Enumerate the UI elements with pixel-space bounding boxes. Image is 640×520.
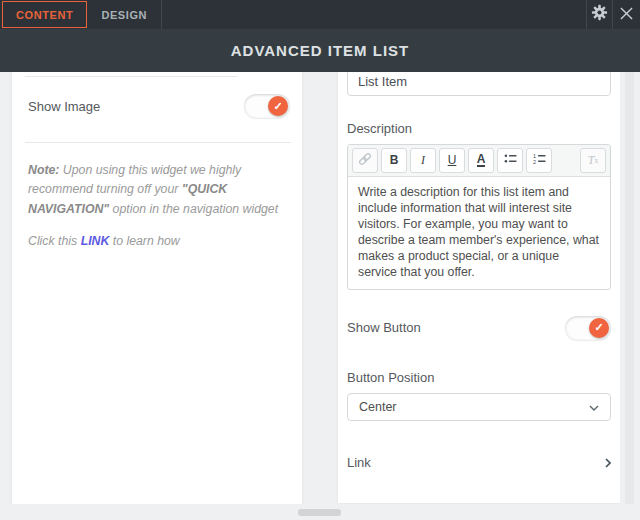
chevron-down-icon [589, 400, 599, 414]
rich-text-toolbar: B I U A [348, 145, 610, 177]
left-settings-panel: Show Image ✓ Note: Upon using this widge… [12, 72, 302, 504]
tab-design[interactable]: DESIGN [87, 0, 162, 29]
widget-editor-dialog: CONTENT DESIGN [0, 0, 640, 520]
check-icon: ✓ [273, 101, 282, 112]
show-button-label: Show Button [347, 320, 421, 335]
dialog-header: ADVANCED ITEM LIST [0, 29, 640, 72]
page-title: ADVANCED ITEM LIST [231, 42, 410, 59]
note-text-2: option in the navigation widget [109, 202, 278, 216]
close-button[interactable] [612, 0, 640, 29]
gear-icon [591, 4, 608, 25]
item-title-input[interactable] [347, 72, 611, 96]
button-text-label: Button Text [347, 503, 611, 504]
tab-content-label: CONTENT [16, 9, 73, 21]
description-label: Description [347, 121, 611, 136]
right-settings-panel: Description B [338, 72, 620, 503]
button-position-label: Button Position [347, 370, 611, 385]
text-color-label: A [477, 153, 486, 168]
toggle-knob: ✓ [589, 318, 609, 338]
chevron-right-icon [605, 454, 611, 472]
vertical-scrollbar-track[interactable] [625, 72, 634, 504]
help-after: to learn how [109, 234, 179, 248]
bold-button[interactable]: B [381, 148, 407, 173]
tab-design-label: DESIGN [101, 9, 147, 21]
show-image-label: Show Image [28, 99, 100, 114]
bold-label: B [390, 153, 399, 167]
clear-formatting-label: T [588, 153, 595, 168]
italic-label: I [421, 153, 425, 168]
tab-bar: CONTENT DESIGN [0, 0, 640, 29]
check-icon: ✓ [594, 322, 603, 333]
clipped-section-divider [25, 76, 237, 77]
toggle-knob: ✓ [268, 96, 288, 116]
horizontal-scrollbar-thumb[interactable] [298, 509, 341, 516]
learn-how-link[interactable]: LINK [81, 234, 110, 248]
close-icon [620, 6, 633, 24]
clear-formatting-sub: x [594, 156, 598, 165]
description-rich-text-editor: B I U A [347, 144, 611, 290]
show-image-row: Show Image ✓ [28, 94, 290, 118]
bullet-list-icon [504, 153, 517, 167]
link-label: Link [347, 455, 371, 470]
right-panel-inner: Description B [338, 72, 620, 503]
tab-bar-spacer [162, 0, 586, 29]
show-button-row: Show Button ✓ [347, 316, 611, 340]
insert-link-button[interactable] [352, 148, 378, 173]
bullet-list-button[interactable] [497, 148, 523, 173]
clear-formatting-button[interactable]: Tx [580, 148, 606, 173]
show-image-toggle[interactable]: ✓ [244, 94, 290, 118]
horizontal-scrollbar-gutter [0, 504, 640, 520]
link-icon [358, 152, 372, 169]
button-position-value: Center [359, 400, 397, 414]
italic-button[interactable]: I [410, 148, 436, 173]
tab-content[interactable]: CONTENT [2, 1, 87, 28]
show-button-toggle[interactable]: ✓ [565, 316, 611, 340]
note-prefix: Note: [28, 163, 59, 177]
widget-note: Note: Upon using this widget we highly r… [28, 161, 284, 219]
help-before: Click this [28, 234, 81, 248]
section-divider [25, 142, 291, 143]
numbered-list-button[interactable]: 1 2 [526, 148, 552, 173]
button-position-select[interactable]: Center [347, 393, 611, 421]
vertical-scrollbar-gutter [620, 72, 640, 504]
underline-label: U [448, 153, 457, 167]
svg-text:2: 2 [533, 159, 536, 164]
text-color-button[interactable]: A [468, 148, 494, 173]
help-line: Click this LINK to learn how [28, 234, 284, 248]
link-row[interactable]: Link [347, 454, 611, 472]
underline-button[interactable]: U [439, 148, 465, 173]
settings-button[interactable] [586, 0, 612, 29]
numbered-list-icon: 1 2 [533, 153, 546, 167]
description-textarea[interactable]: Write a description for this list item a… [348, 177, 610, 289]
